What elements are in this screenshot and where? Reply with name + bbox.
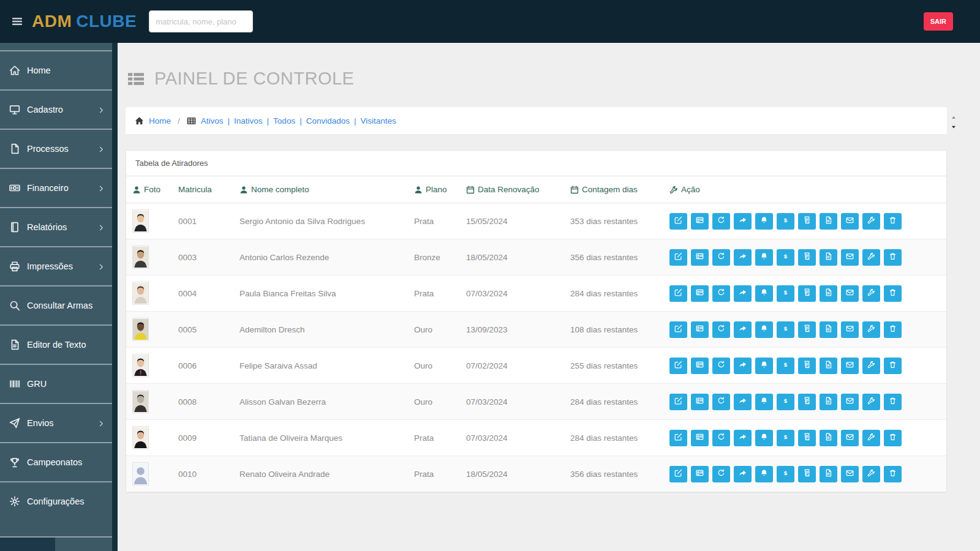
action-refresh-button[interactable] (712, 213, 730, 230)
search-input[interactable] (149, 10, 253, 32)
action-id-card-button[interactable] (691, 358, 709, 374)
action-bell-button[interactable] (755, 394, 773, 410)
action-wrench-button[interactable] (862, 249, 880, 266)
brand-logo[interactable]: ADMCLUBE (32, 12, 137, 31)
breadcrumb-filter-convidados[interactable]: Convidados (306, 116, 350, 126)
breadcrumb-home-link[interactable]: Home (149, 116, 171, 126)
action-file-text-button[interactable] (820, 321, 837, 338)
action-edit-button[interactable] (669, 213, 687, 230)
action-wrench-button[interactable] (862, 394, 880, 410)
sidebar-item-impressoes[interactable]: Impressões (0, 246, 112, 285)
action-file-text-button[interactable] (820, 249, 837, 266)
action-envelope-button[interactable] (841, 321, 859, 338)
action-share-button[interactable] (734, 358, 752, 374)
breadcrumb-filter-inativos[interactable]: Inativos (234, 116, 263, 126)
action-refresh-button[interactable] (712, 394, 730, 410)
action-bell-button[interactable] (755, 213, 773, 230)
sidebar-item-editor-de-texto[interactable]: Editor de Texto (0, 324, 112, 364)
action-share-button[interactable] (734, 466, 752, 482)
action-id-card-button[interactable] (691, 466, 709, 482)
action-wrench-button[interactable] (862, 430, 880, 446)
action-dollar-button[interactable]: $ (777, 358, 794, 374)
action-trash-button[interactable] (884, 249, 902, 266)
action-envelope-button[interactable] (841, 466, 859, 482)
action-share-button[interactable] (734, 285, 752, 302)
action-envelope-button[interactable] (841, 249, 859, 266)
action-share-button[interactable] (734, 321, 752, 338)
action-refresh-button[interactable] (712, 249, 730, 266)
action-bell-button[interactable] (755, 358, 773, 374)
action-dollar-button[interactable]: $ (777, 430, 794, 446)
action-edit-button[interactable] (669, 394, 687, 410)
caret-down-icon[interactable] (950, 121, 957, 127)
action-file-text-button[interactable] (820, 358, 837, 374)
action-invoice-button[interactable] (798, 321, 816, 338)
action-share-button[interactable] (734, 213, 752, 230)
action-bell-button[interactable] (755, 466, 773, 482)
sidebar-item-cadastro[interactable]: Cadastro (0, 89, 112, 129)
action-file-text-button[interactable] (820, 285, 837, 302)
breadcrumb-filter-ativos[interactable]: Ativos (201, 116, 224, 126)
action-file-text-button[interactable] (820, 430, 837, 446)
action-envelope-button[interactable] (841, 394, 859, 410)
breadcrumb-filter-todos[interactable]: Todos (273, 116, 295, 126)
action-invoice-button[interactable] (798, 249, 816, 266)
action-refresh-button[interactable] (712, 430, 730, 446)
action-wrench-button[interactable] (862, 466, 880, 482)
action-invoice-button[interactable] (798, 430, 816, 446)
action-invoice-button[interactable] (798, 466, 816, 482)
action-dollar-button[interactable]: $ (777, 466, 794, 482)
action-dollar-button[interactable]: $ (777, 249, 794, 266)
action-id-card-button[interactable] (691, 394, 709, 410)
action-file-text-button[interactable] (820, 466, 837, 482)
sidebar-item-campeonatos[interactable]: Campeonatos (0, 442, 112, 481)
action-file-text-button[interactable] (820, 394, 837, 410)
action-bell-button[interactable] (755, 249, 773, 266)
action-id-card-button[interactable] (691, 321, 709, 338)
sidebar-item-consultar-armas[interactable]: Consultar Armas (0, 285, 112, 324)
action-dollar-button[interactable]: $ (777, 394, 794, 410)
sidebar-item-home[interactable]: Home (0, 50, 112, 89)
sidebar-item-processos[interactable]: Processos (0, 129, 112, 168)
action-refresh-button[interactable] (712, 466, 730, 482)
action-envelope-button[interactable] (841, 213, 859, 230)
menu-icon[interactable] (11, 17, 23, 26)
action-trash-button[interactable] (884, 358, 902, 374)
action-trash-button[interactable] (884, 213, 902, 230)
action-invoice-button[interactable] (798, 358, 816, 374)
action-id-card-button[interactable] (691, 430, 709, 446)
action-id-card-button[interactable] (691, 213, 709, 230)
action-edit-button[interactable] (669, 430, 687, 446)
sidebar-item-financeiro[interactable]: Financeiro (0, 168, 112, 207)
sidebar-item-envios[interactable]: Envios (0, 403, 112, 442)
action-refresh-button[interactable] (712, 321, 730, 338)
action-wrench-button[interactable] (862, 358, 880, 374)
action-share-button[interactable] (734, 430, 752, 446)
action-dollar-button[interactable]: $ (777, 285, 794, 302)
action-envelope-button[interactable] (841, 285, 859, 302)
action-refresh-button[interactable] (712, 285, 730, 302)
action-edit-button[interactable] (669, 321, 687, 338)
sidebar-item-relatorios[interactable]: Relatórios (0, 207, 112, 246)
caret-up-icon[interactable] (950, 111, 957, 117)
sidebar-item-configuracoes[interactable]: Configurações (0, 481, 112, 520)
action-trash-button[interactable] (884, 394, 902, 410)
action-wrench-button[interactable] (862, 213, 880, 230)
action-bell-button[interactable] (755, 285, 773, 302)
action-bell-button[interactable] (755, 430, 773, 446)
action-edit-button[interactable] (669, 466, 687, 482)
action-wrench-button[interactable] (862, 285, 880, 302)
action-edit-button[interactable] (669, 358, 687, 374)
action-dollar-button[interactable]: $ (777, 321, 794, 338)
action-envelope-button[interactable] (841, 430, 859, 446)
action-edit-button[interactable] (669, 285, 687, 302)
action-trash-button[interactable] (884, 285, 902, 302)
action-invoice-button[interactable] (798, 213, 816, 230)
action-envelope-button[interactable] (841, 358, 859, 374)
action-file-text-button[interactable] (820, 213, 837, 230)
action-wrench-button[interactable] (862, 321, 880, 338)
breadcrumb-filter-visitantes[interactable]: Visitantes (360, 116, 396, 126)
sidebar-footer-toggle[interactable] (0, 538, 55, 551)
action-dollar-button[interactable]: $ (777, 213, 794, 230)
action-trash-button[interactable] (884, 430, 902, 446)
